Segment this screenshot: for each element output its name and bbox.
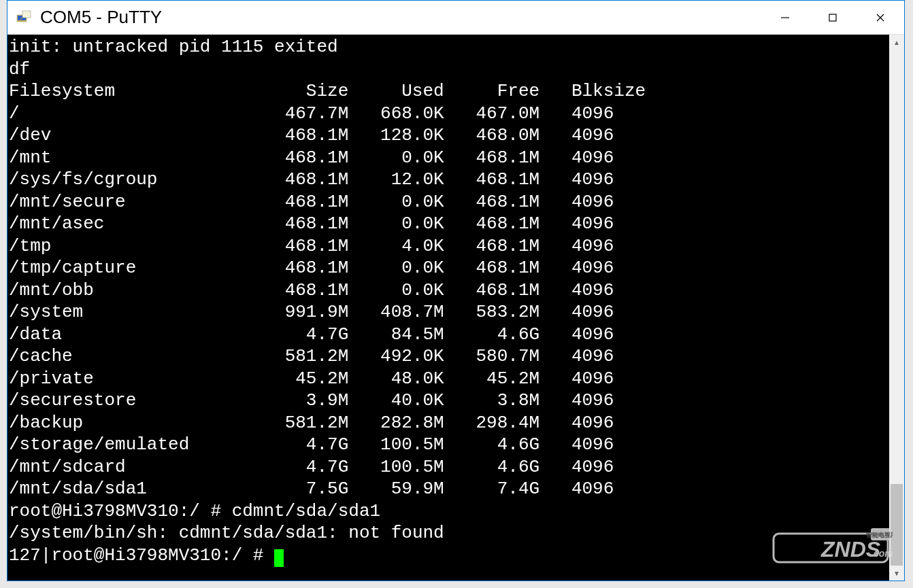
cell-used: 4.0K: [348, 235, 444, 258]
terminal-prompt[interactable]: 127|root@Hi3798MV310:/ #: [9, 544, 889, 567]
cell-free: 467.0M: [444, 103, 540, 125]
cell-filesystem: /data: [9, 324, 263, 346]
cell-blksize: 4096: [540, 147, 657, 169]
col-used: Used: [348, 80, 444, 103]
df-header: FilesystemSizeUsedFreeBlksize: [9, 80, 889, 103]
cell-size: 991.9M: [263, 301, 348, 324]
terminal-line: df: [9, 58, 889, 81]
cell-filesystem: /cache: [9, 345, 263, 368]
cell-filesystem: /private: [9, 368, 263, 390]
df-row: /mnt/sdcard4.7G100.5M4.6G4096: [9, 456, 889, 479]
df-row: /data4.7G84.5M4.6G4096: [9, 324, 889, 346]
titlebar[interactable]: COM5 - PuTTY: [7, 1, 904, 35]
cell-filesystem: /mnt/sda/sda1: [9, 478, 263, 500]
cell-size: 4.7G: [263, 456, 348, 479]
cell-free: 3.8M: [444, 390, 540, 412]
df-row: /storage/emulated4.7G100.5M4.6G4096: [9, 434, 889, 456]
df-row: /securestore3.9M40.0K3.8M4096: [9, 390, 889, 412]
cell-size: 468.1M: [263, 147, 348, 169]
close-button[interactable]: [857, 1, 904, 35]
cell-used: 40.0K: [348, 390, 444, 412]
cell-free: 468.1M: [444, 279, 540, 302]
cell-used: 48.0K: [348, 368, 444, 390]
cell-free: 468.1M: [444, 257, 540, 279]
cell-blksize: 4096: [540, 191, 657, 213]
cell-blksize: 4096: [540, 390, 657, 412]
cell-used: 0.0K: [348, 213, 444, 235]
cell-filesystem: /dev: [9, 124, 263, 147]
cell-size: 3.9M: [263, 390, 348, 412]
df-row: /467.7M668.0K467.0M4096: [9, 103, 889, 125]
scrollbar[interactable]: ▲ ▼: [889, 35, 904, 581]
terminal-line: init: untracked pid 1115 exited: [9, 36, 889, 58]
df-row: /tmp/capture468.1M0.0K468.1M4096: [9, 257, 889, 279]
cell-size: 45.2M: [263, 368, 348, 390]
col-free: Free: [444, 80, 540, 103]
cell-size: 468.1M: [263, 213, 348, 235]
cell-free: 298.4M: [444, 412, 540, 434]
cell-blksize: 4096: [540, 434, 657, 456]
cell-size: 468.1M: [263, 124, 348, 147]
cell-blksize: 4096: [540, 257, 657, 279]
df-row: /backup581.2M282.8M298.4M4096: [9, 412, 889, 434]
df-row: /mnt/secure468.1M0.0K468.1M4096: [9, 191, 889, 213]
df-row: /dev468.1M128.0K468.0M4096: [9, 124, 889, 147]
scroll-thumb[interactable]: [891, 484, 903, 566]
cell-free: 468.1M: [444, 235, 540, 258]
cell-blksize: 4096: [540, 345, 657, 368]
cell-free: 7.4G: [444, 478, 540, 500]
cell-used: 0.0K: [348, 191, 444, 213]
cell-filesystem: /mnt: [9, 147, 263, 169]
cell-used: 84.5M: [348, 324, 444, 346]
cell-used: 0.0K: [348, 279, 444, 302]
cell-used: 100.5M: [348, 456, 444, 479]
cell-blksize: 4096: [540, 456, 657, 479]
maximize-button[interactable]: [809, 1, 857, 35]
cell-size: 468.1M: [263, 169, 348, 191]
cell-free: 468.1M: [444, 169, 540, 191]
df-row: /private45.2M48.0K45.2M4096: [9, 368, 889, 390]
cell-size: 4.7G: [263, 324, 348, 346]
cell-size: 468.1M: [263, 279, 348, 302]
cell-free: 4.6G: [444, 324, 540, 346]
cell-filesystem: /storage/emulated: [9, 434, 263, 456]
cell-free: 468.1M: [444, 191, 540, 213]
cell-blksize: 4096: [540, 169, 657, 191]
cell-used: 128.0K: [348, 124, 444, 147]
cell-blksize: 4096: [540, 235, 657, 258]
cell-size: 468.1M: [263, 235, 348, 258]
scroll-up-button[interactable]: ▲: [889, 35, 904, 50]
cell-size: 581.2M: [263, 345, 348, 368]
cell-blksize: 4096: [540, 301, 657, 324]
cell-blksize: 4096: [540, 213, 657, 235]
col-blksize: Blksize: [540, 80, 657, 103]
cell-used: 668.0K: [348, 103, 444, 125]
cell-free: 45.2M: [444, 368, 540, 390]
cell-size: 468.1M: [263, 257, 348, 279]
prompt-text: 127|root@Hi3798MV310:/ #: [9, 545, 274, 566]
cell-blksize: 4096: [540, 324, 657, 346]
cell-free: 468.1M: [444, 147, 540, 169]
terminal-output[interactable]: init: untracked pid 1115 exiteddfFilesys…: [7, 35, 889, 581]
df-row: /system991.9M408.7M583.2M4096: [9, 301, 889, 324]
cell-used: 0.0K: [348, 147, 444, 169]
cell-filesystem: /backup: [9, 412, 263, 434]
cell-free: 468.1M: [444, 213, 540, 235]
cell-filesystem: /: [9, 103, 263, 125]
minimize-button[interactable]: [761, 1, 809, 35]
terminal-line: root@Hi3798MV310:/ # cdmnt/sda/sda1: [9, 500, 889, 523]
scroll-track[interactable]: [889, 50, 904, 566]
cell-filesystem: /system: [9, 301, 263, 324]
cell-filesystem: /mnt/sdcard: [9, 456, 263, 479]
df-row: /sys/fs/cgroup468.1M12.0K468.1M4096: [9, 169, 889, 191]
df-row: /mnt/sda/sda17.5G59.9M7.4G4096: [9, 478, 889, 500]
cell-filesystem: /tmp/capture: [9, 257, 263, 279]
cell-free: 580.7M: [444, 345, 540, 368]
cell-filesystem: /securestore: [9, 390, 263, 412]
cell-filesystem: /mnt/asec: [9, 213, 263, 235]
cell-used: 12.0K: [348, 169, 444, 191]
putty-icon: [16, 10, 32, 26]
cell-filesystem: /mnt/secure: [9, 191, 263, 213]
scroll-down-button[interactable]: ▼: [889, 566, 904, 581]
cell-size: 581.2M: [263, 412, 348, 434]
